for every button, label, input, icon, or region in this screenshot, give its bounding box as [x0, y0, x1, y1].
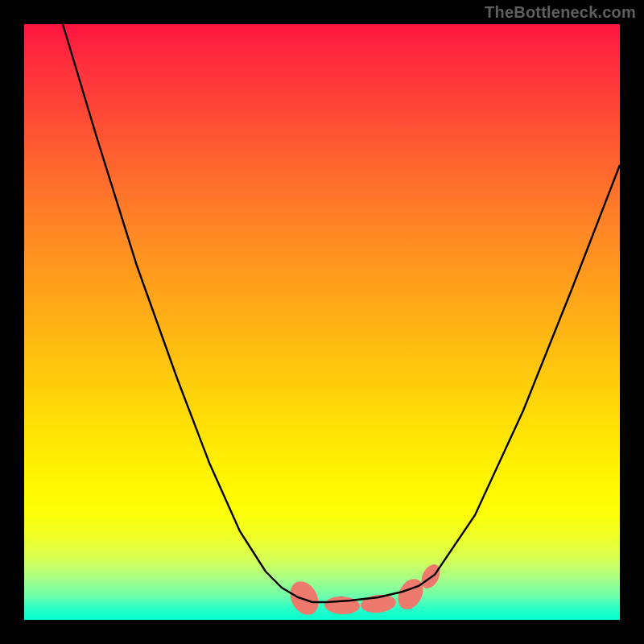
bottleneck-curve [63, 24, 620, 602]
blob-mid-1 [324, 596, 360, 615]
curve-layer [24, 24, 620, 620]
watermark-text: TheBottleneck.com [485, 3, 636, 22]
blob-mid-2 [360, 593, 397, 614]
blob-left [285, 576, 324, 620]
chart-frame: TheBottleneck.com [0, 0, 644, 644]
plot-area [24, 24, 620, 620]
marker-group [285, 561, 444, 620]
